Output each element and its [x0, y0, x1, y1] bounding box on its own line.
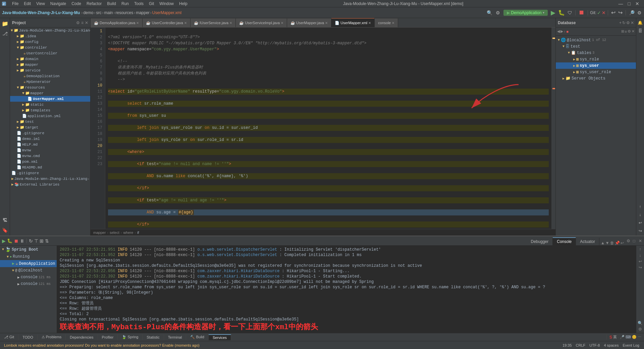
- menu-help[interactable]: Help: [176, 1, 190, 7]
- svc-console1[interactable]: ▶ console 121 ms: [0, 274, 57, 281]
- db-item-sys-user-role[interactable]: ▶ ▦ sys_user_role: [556, 69, 636, 75]
- toolbar-redo[interactable]: ↪: [617, 9, 624, 16]
- menu-refactor[interactable]: Refactor: [84, 1, 104, 7]
- services-tab[interactable]: Services: [209, 334, 231, 340]
- console-btn3[interactable]: ↩: [639, 259, 642, 264]
- console-btn1[interactable]: ↑: [639, 247, 641, 252]
- console-btn5[interactable]: 🔍: [638, 321, 643, 326]
- tree-item-mapper-res[interactable]: ▼ 📁 mapper: [10, 90, 90, 96]
- tree-item-mvnwcmd[interactable]: 📄 mvnw.cmd: [10, 153, 90, 159]
- svc-springboot[interactable]: ▼ 🍃 Spring Boot: [0, 246, 57, 253]
- tab-usermapper-java[interactable]: ☕ UserMapper.java ✕: [287, 18, 331, 27]
- tree-item-pomxml[interactable]: 📄 pom.xml: [10, 159, 90, 164]
- run-coverage[interactable]: 🛡: [567, 10, 573, 15]
- svc-running[interactable]: ▼ ● Running: [0, 253, 57, 260]
- notifications-icon[interactable]: 🔔: [637, 19, 644, 26]
- profiler-tab[interactable]: Profiler: [98, 335, 118, 340]
- breadcrumb-where[interactable]: where: [123, 231, 133, 235]
- sougou-emoji[interactable]: 😊: [632, 335, 637, 339]
- breadcrumb-if[interactable]: if: [137, 231, 139, 235]
- db-close[interactable]: ✕: [631, 20, 634, 25]
- svc-group[interactable]: ⊞: [40, 238, 44, 244]
- svc-debug[interactable]: 🐛: [7, 238, 12, 243]
- tree-item-service[interactable]: ▶ 📁 service: [10, 67, 90, 73]
- toolbar-more[interactable]: ⚙: [636, 10, 643, 15]
- menu-build[interactable]: Build: [104, 1, 119, 7]
- svc-pause[interactable]: ⏸: [20, 238, 24, 244]
- db-item-localhost[interactable]: ▼ 🌐 @localhost 1 of 12: [556, 37, 636, 43]
- menu-window[interactable]: Window: [157, 1, 176, 7]
- tab-console[interactable]: console ✕: [375, 18, 398, 27]
- db-item-sys-role[interactable]: ▶ ▦ sys_role: [556, 56, 636, 62]
- tree-item-resources[interactable]: ▼ 📁 resources: [10, 85, 90, 90]
- toolbar-search-everywhere[interactable]: 🔍: [485, 9, 494, 16]
- right-btn1[interactable]: ↑: [638, 203, 642, 210]
- db-item-server-objects[interactable]: ▶ 📁 Server Objects: [556, 75, 636, 82]
- menu-navigate[interactable]: Navigate: [48, 1, 69, 7]
- menu-run[interactable]: Run: [119, 1, 131, 7]
- menu-view[interactable]: View: [34, 1, 48, 7]
- sidebar-expand[interactable]: ≡: [81, 20, 84, 25]
- tree-item-root[interactable]: ▼ 📁 Java-Module-Wen-Zhang-Ji-Lu-Xiang-Mu: [10, 28, 90, 33]
- tree-item-usercontroller[interactable]: ☕ UserController: [10, 50, 90, 56]
- problems-tab[interactable]: ⚠ Problems: [38, 334, 66, 340]
- editor-scrollbar[interactable]: [551, 28, 555, 229]
- stop-button[interactable]: ⏹: [578, 9, 586, 16]
- close-btn[interactable]: ✕: [633, 1, 641, 6]
- menu-tools[interactable]: Tools: [131, 1, 146, 7]
- run-button[interactable]: ▶: [550, 9, 556, 16]
- tree-item-domain[interactable]: ▶ 📁 domain: [10, 56, 90, 62]
- console-clear[interactable]: 🗑: [610, 241, 614, 245]
- right-btn4[interactable]: ↪: [638, 228, 643, 234]
- maximize-btn[interactable]: □: [626, 1, 633, 6]
- db-item-sys-user[interactable]: ▶ ▦ sys_user: [556, 62, 636, 69]
- sougou-mic[interactable]: 🎤: [620, 335, 625, 339]
- db-more[interactable]: ≡: [625, 30, 627, 34]
- svc-filter[interactable]: ⊤: [34, 238, 38, 244]
- tab-iuserservice[interactable]: ☕ IUserService.java ✕: [191, 18, 236, 27]
- toolbar-undo[interactable]: ↩: [610, 9, 616, 16]
- git-checkmark[interactable]: ✓: [597, 10, 601, 15]
- menu-git[interactable]: Git: [146, 1, 157, 7]
- tree-item-mapper[interactable]: ▶ 📁 mapper: [10, 62, 90, 67]
- spring-tab[interactable]: 🍃 Spring: [118, 334, 143, 340]
- console-output[interactable]: 2023-11-07 22:53:21.951 INFO 14120 --- […: [57, 246, 636, 333]
- console-btn2[interactable]: ↓: [639, 253, 641, 258]
- run-config-selector[interactable]: ▶ DemoApplication ▾: [503, 10, 548, 16]
- menu-edit[interactable]: Edit: [21, 1, 34, 7]
- tree-item-helpmd[interactable]: 📄 HELP.md: [10, 142, 90, 147]
- status-indent[interactable]: 4 spaces: [602, 343, 621, 347]
- todo-tab[interactable]: TODO: [18, 335, 38, 340]
- tree-item-gitignore-root[interactable]: 📄 .gitignore: [10, 170, 90, 176]
- console-btn4[interactable]: ↪: [639, 265, 642, 270]
- sougou-more[interactable]: ⋯: [638, 335, 641, 339]
- svc-run[interactable]: ▶: [2, 238, 6, 244]
- panel-settings[interactable]: ⚙: [625, 239, 632, 243]
- db-layout[interactable]: ⊞: [621, 29, 624, 34]
- status-crlf[interactable]: CRLF: [574, 343, 588, 347]
- tree-item-readmd[interactable]: 📄 READMD.md: [10, 164, 90, 170]
- db-btn4[interactable]: ■: [567, 30, 569, 34]
- tree-item-mpgenerator[interactable]: ☕ MpGenerator: [10, 79, 90, 85]
- db-btn1[interactable]: ◀: [557, 29, 560, 34]
- debug-button[interactable]: 🐛: [557, 9, 566, 16]
- toolbar-settings[interactable]: ⚙: [494, 9, 501, 16]
- terminal-tab[interactable]: Terminal: [164, 335, 186, 340]
- toolbar-find[interactable]: 🔎: [628, 10, 636, 15]
- statistic-tab[interactable]: Statistic: [143, 335, 164, 340]
- right-btn3[interactable]: ↩: [638, 219, 643, 226]
- db-btn3[interactable]: ↑: [564, 30, 566, 34]
- project-icon[interactable]: 📁: [1, 19, 9, 28]
- code-editor[interactable]: <?xml version="1.0" encoding="UTF-8"?> <…: [105, 28, 551, 229]
- tab-usermapper-xml[interactable]: 📄 UserMapper.xml ✕: [331, 18, 375, 27]
- console-btn6[interactable]: ⚙: [638, 327, 642, 332]
- panel-maximize[interactable]: □: [632, 239, 637, 243]
- svc-sort[interactable]: ⇅: [45, 238, 49, 244]
- tree-item-mvnw[interactable]: 📄 mvnw: [10, 147, 90, 153]
- svc-stop[interactable]: ⏹: [14, 238, 18, 244]
- git-x[interactable]: ✕: [602, 10, 606, 15]
- sidebar-gear[interactable]: ⚙: [76, 20, 80, 25]
- tree-item-templates[interactable]: ▶ 📁 templates: [10, 107, 90, 113]
- db-btn2[interactable]: ▶: [560, 29, 563, 34]
- right-btn2[interactable]: ↓: [638, 211, 642, 218]
